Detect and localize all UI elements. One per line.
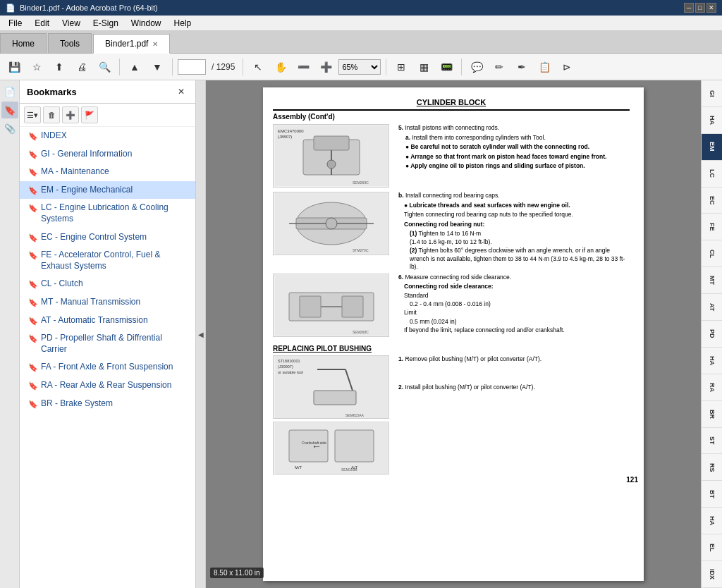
right-label-mt[interactable]: MT [702,267,722,294]
left-icon-page[interactable]: 📄 [1,83,18,100]
sidebar-add-btn[interactable]: ➕ [62,106,79,123]
save-button[interactable]: 💾 [4,57,24,77]
comment-button[interactable]: 💬 [467,57,487,77]
svg-rect-26 [314,391,356,405]
zoom-select[interactable]: 50% 65% 75% 100% 125% 150% 200% [338,59,381,75]
step-6-note: If beyond the limit, replace connecting … [404,326,630,334]
bookmark-pd[interactable]: 🔖 PD - Propeller Shaft & Diffrential Car… [20,329,195,358]
print-button[interactable]: 🖨 [72,57,92,77]
right-label-st[interactable]: ST [702,428,722,455]
bookmark-cl[interactable]: 🔖 CL - Clutch [20,275,195,293]
stamp-button[interactable]: 📋 [534,57,554,77]
right-label-ha2[interactable]: HA [702,348,722,374]
bookmark-icon: 🔖 [28,131,37,141]
bookmark-fe[interactable]: 🔖 FE - Accelerator Control, Fuel & Exhau… [20,246,195,275]
search-button[interactable]: 🔍 [94,57,114,77]
prev-page-button[interactable]: ▲ [125,57,145,77]
right-label-ec[interactable]: EC [702,188,722,214]
sidebar-delete-btn[interactable]: 🗑 [43,106,60,123]
pen-button[interactable]: ✏ [489,57,509,77]
right-label-at[interactable]: AT [702,294,722,321]
separator-5 [461,59,462,75]
minimize-button[interactable]: ─ [684,3,694,13]
bookmark-gi[interactable]: 🔖 GI - General Information [20,145,195,164]
bookmark-icon-pd: 🔖 [28,333,37,343]
page-number: 121 [626,475,638,485]
right-label-bt[interactable]: BT [702,481,722,508]
svg-text:STM270C: STM270C [353,248,369,252]
bookmark-ra[interactable]: 🔖 RA - Rear Axle & Rear Suspension [20,376,195,395]
right-label-ha3[interactable]: HA [702,508,722,534]
menu-help[interactable]: Help [169,17,197,30]
scan-button[interactable]: 📟 [436,57,456,77]
next-page-button[interactable]: ▼ [147,57,167,77]
bookmark-at[interactable]: 🔖 AT - Automatic Transmission [20,312,195,330]
hand-tool[interactable]: ✋ [271,57,290,77]
zoom-out-button[interactable]: ➖ [293,57,313,77]
right-label-fe[interactable]: FE [702,214,722,240]
bookmark-ma[interactable]: 🔖 MA - Maintenance [20,163,195,181]
bookmark-lc[interactable]: 🔖 LC - Engine Lubrication & Cooling Syst… [20,199,195,228]
svg-text:or suitable tool: or suitable tool [278,370,303,374]
close-button[interactable]: ✕ [706,3,716,13]
menu-edit[interactable]: Edit [29,17,55,30]
left-icon-attach[interactable]: 📎 [1,120,18,137]
engine-diagram-1: EMC3470000 (J8807) SEM269C [275,125,388,186]
tab-binder-label: Binder1.pdf [105,39,148,49]
bookmark-fa[interactable]: 🔖 FA - Front Axle & Front Suspension [20,358,195,376]
fit-page-button[interactable]: ⊞ [391,57,411,77]
left-icon-bookmark[interactable]: 🔖 [1,102,18,118]
sidebar-expand-btn[interactable]: ☰▾ [24,106,41,123]
tab-close-button[interactable]: ✕ [152,40,158,48]
sidebar-close-button[interactable]: ✕ [174,85,188,99]
bookmark-index[interactable]: 🔖 INDEX [20,127,195,145]
right-label-gi[interactable]: GI [702,80,722,107]
menu-file[interactable]: File [3,17,27,30]
menu-window[interactable]: Window [126,17,167,30]
step-b-2: (2) Tighten bolts 60° degrees clockwise … [410,247,630,271]
bookmark-ec[interactable]: 🔖 EC - Engine Control System [20,228,195,247]
left-images-3: SEM268C [273,274,393,340]
marquee-button[interactable]: ▦ [414,57,434,77]
bookmark-br[interactable]: 🔖 BR - Brake System [20,395,195,413]
cursor-tool[interactable]: ↖ [248,57,268,77]
bookmark-em[interactable]: 🔖 EM - Engine Mechanical [20,181,195,200]
right-label-pd[interactable]: PD [702,321,722,348]
right-label-idx[interactable]: IDX [702,561,722,588]
bookmark-mt[interactable]: 🔖 MT - Manual Transmission [20,293,195,312]
right-label-lc[interactable]: LC [702,161,722,188]
svg-text:SEM268C: SEM268C [353,330,369,334]
separator-3 [243,59,243,75]
sidebar-collapse-button[interactable]: ◀ [196,80,206,588]
step-6-standard: Standard [404,292,630,300]
tab-binder[interactable]: Binder1.pdf ✕ [93,34,170,54]
page-input[interactable]: 942 [178,59,206,75]
menu-esign[interactable]: E-Sign [87,17,124,30]
menu-view[interactable]: View [56,17,86,30]
zoom-in-button[interactable]: ➕ [316,57,336,77]
bookmark-button[interactable]: ☆ [27,57,47,77]
tab-home[interactable]: Home [0,33,47,53]
highlight-button[interactable]: ✒ [512,57,532,77]
upload-button[interactable]: ⬆ [49,57,69,77]
svg-text:SEM169B: SEM169B [341,467,357,472]
right-label-rs[interactable]: RS [702,454,722,481]
tab-tools[interactable]: Tools [48,33,92,53]
svg-rect-17 [342,296,363,317]
step-6-label: 6. Measure connecting rod side clearance… [398,274,630,281]
right-label-em[interactable]: EM [702,134,722,161]
tab-home-label: Home [12,39,35,49]
svg-point-12 [326,218,337,229]
right-label-cl[interactable]: CL [702,240,722,267]
bookmark-icon-fe: 🔖 [28,250,37,260]
replacing-step1: 1. Remove pilot bushing (M/T) or pilot c… [398,355,630,363]
more-button[interactable]: ⊳ [557,57,577,77]
right-label-el[interactable]: EL [702,534,722,561]
image-3: SEM268C [273,274,389,337]
sidebar-flag-btn[interactable]: 🚩 [81,106,98,123]
bookmark-icon-gi: 🔖 [28,149,37,159]
right-label-br[interactable]: BR [702,401,722,428]
right-label-ra[interactable]: RA [702,374,722,401]
right-label-ha[interactable]: HA [702,107,722,134]
maximize-button[interactable]: □ [695,3,705,13]
